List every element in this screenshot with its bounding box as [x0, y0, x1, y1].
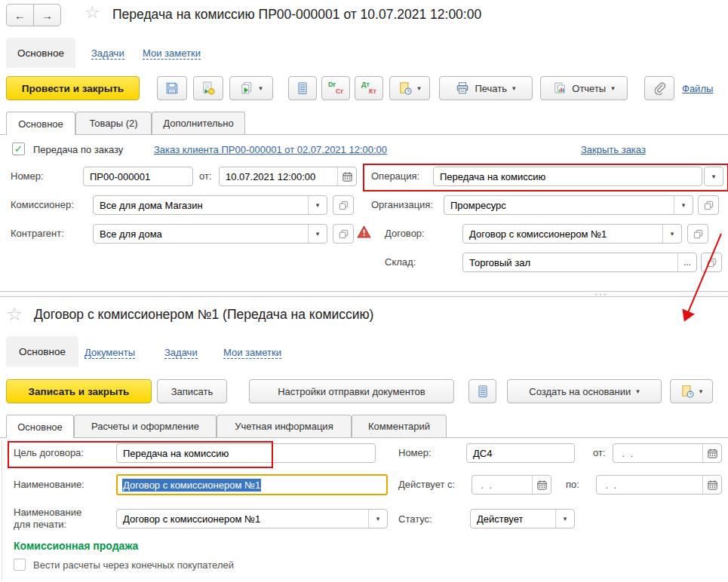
warehouse-choose-button[interactable]: ... [677, 253, 696, 271]
tab-extra[interactable]: Дополнительно [152, 112, 245, 134]
name-input[interactable]: Договор с комиссионером №1 [116, 474, 388, 495]
close-order-link[interactable]: Закрыть заказ [581, 144, 646, 155]
save-button[interactable] [157, 76, 187, 100]
chevron-down-icon: ▾ [316, 201, 320, 209]
back-button[interactable]: ← [6, 4, 34, 26]
warehouse-open-button[interactable] [701, 253, 722, 272]
counterparty-combo[interactable]: Все для дома ▾ [93, 224, 327, 244]
dtkt-entries-button[interactable]: ДтКт [355, 76, 383, 100]
registers-button[interactable] [288, 76, 317, 100]
nav-tab-main[interactable]: Основное [6, 38, 75, 68]
tab-main[interactable]: Основное [6, 112, 75, 135]
contract-label: Договор: [385, 228, 425, 239]
status-combo[interactable]: Действует ▾ [470, 509, 575, 528]
window-splitter[interactable]: ··· [0, 291, 728, 297]
files-link[interactable]: Файлы [682, 83, 713, 94]
calendar-button[interactable] [702, 444, 721, 462]
print-name-combo[interactable]: Договор с комиссионером №1 ▾ [116, 509, 388, 528]
chevron-down-icon: ▾ [699, 387, 703, 395]
contract-dropdown-button[interactable]: ▾ [662, 225, 681, 243]
tab-goods[interactable]: Товары (2) [75, 112, 152, 134]
contract-date-label: от: [593, 447, 606, 458]
save-and-close-button[interactable]: Записать и закрыть [6, 379, 152, 403]
check-icon: ✓ [14, 143, 23, 155]
splitter-grip-icon: ··· [594, 293, 608, 296]
registers-button[interactable] [468, 379, 496, 403]
reminder-dropdown-button[interactable]: ▾ [389, 76, 430, 100]
tab-accounting[interactable]: Учетная информация [217, 415, 352, 437]
attachments-button[interactable] [644, 76, 674, 100]
valid-to-label: по: [566, 479, 579, 490]
forward-button[interactable]: → [33, 4, 61, 26]
operation-dropdown-button[interactable]: ▾ [704, 167, 723, 186]
contract-combo[interactable]: Договор с комиссионером №1 ▾ [462, 224, 682, 244]
operation-combo[interactable]: Передача на комиссию [433, 167, 702, 186]
organization-combo[interactable]: Промресурс ▾ [444, 195, 693, 215]
commissioner-dropdown-button[interactable]: ▾ [308, 196, 327, 214]
drcr-entries-button[interactable]: DrCr [321, 76, 350, 100]
selected-text: Договор с комиссионером №1 [122, 479, 261, 492]
print-button[interactable]: Печать ▾ [439, 76, 533, 100]
post-document-icon [201, 81, 215, 95]
history-nav-group: ← → [6, 4, 61, 26]
commissioner-open-button[interactable] [333, 195, 354, 215]
contract-date-input[interactable]: . . [613, 443, 722, 463]
nav-link-documents[interactable]: Документы [84, 347, 135, 359]
contract-open-button[interactable] [687, 224, 708, 244]
tab-comment[interactable]: Комментарий [352, 415, 447, 437]
calendar-button[interactable] [702, 476, 721, 494]
commissioner-combo[interactable]: Все для дома Магазин ▾ [93, 195, 327, 215]
post-and-close-button[interactable]: Провести и закрыть [6, 76, 140, 100]
counterparty-label: Контрагент: [11, 228, 64, 239]
nav-tab-main[interactable]: Основное [6, 336, 78, 367]
valid-to-input[interactable]: . . [596, 475, 722, 495]
calendar-button[interactable] [532, 476, 551, 494]
favorite-star-icon[interactable]: ☆ [6, 305, 23, 323]
post-document-button[interactable] [193, 76, 223, 100]
organization-dropdown-button[interactable]: ▾ [674, 196, 693, 214]
tab-main[interactable]: Основное [6, 415, 74, 438]
organization-open-button[interactable] [698, 195, 719, 215]
print-name-label-line1: Наименование [14, 507, 81, 518]
counterparty-open-button[interactable] [333, 224, 354, 244]
reminder-dropdown-button[interactable]: ▾ [670, 379, 713, 403]
warning-icon [357, 225, 371, 241]
calendar-icon [342, 171, 353, 182]
chevron-down-icon: ▾ [671, 230, 674, 237]
purpose-field[interactable]: Передача на комиссию [116, 443, 376, 463]
reports-button[interactable]: Отчеты ▾ [540, 76, 628, 100]
counterparty-dropdown-button[interactable]: ▾ [308, 225, 327, 243]
favorite-star-icon[interactable]: ☆ [84, 4, 100, 21]
number-input[interactable]: ПР00-000001 [83, 167, 193, 186]
printer-icon [456, 81, 469, 95]
drcr-icon: DrCr [328, 81, 343, 95]
transfer-by-order-label: Передача по заказу [33, 144, 123, 155]
save-icon [165, 81, 179, 95]
settle-through-buyers-checkbox[interactable] [14, 559, 26, 571]
open-in-window-icon [706, 257, 717, 268]
create-based-on-button[interactable]: Создать на основании ▾ [507, 379, 662, 403]
valid-from-input[interactable]: . . [472, 475, 551, 495]
nav-link-notes[interactable]: Мои заметки [223, 347, 281, 359]
transfer-by-order-checkbox[interactable]: ✓ [12, 142, 25, 155]
nav-link-tasks[interactable]: Задачи [91, 47, 124, 60]
tab-calc[interactable]: Расчеты и оформление [74, 415, 217, 437]
form-left-border [2, 440, 2, 580]
nav-link-notes[interactable]: Мои заметки [143, 47, 201, 60]
chevron-down-icon: ▾ [316, 230, 320, 237]
register-list-icon [296, 81, 309, 95]
contract-window: ☆ Договор с комиссионером №1 (Передача н… [0, 297, 728, 582]
contract-number-input[interactable]: ДС4 [466, 443, 575, 463]
date-input[interactable]: 10.07.2021 12:00:00 [219, 167, 357, 186]
nav-link-tasks[interactable]: Задачи [164, 347, 198, 359]
post-actions-dropdown-button[interactable]: ▾ [229, 76, 273, 100]
purpose-label: Цель договора: [14, 447, 84, 458]
status-dropdown-button[interactable]: ▾ [555, 510, 574, 528]
print-name-dropdown-button[interactable]: ▾ [368, 510, 387, 528]
save-button[interactable]: Записать [157, 379, 227, 403]
warehouse-field[interactable]: Торговый зал ... [462, 253, 697, 272]
register-list-icon [476, 384, 490, 398]
customer-order-link[interactable]: Заказ клиента ПР00-000001 от 02.07.2021 … [154, 144, 387, 155]
send-settings-button[interactable]: Настройки отправки документов [249, 379, 454, 403]
calendar-button[interactable] [337, 167, 356, 185]
